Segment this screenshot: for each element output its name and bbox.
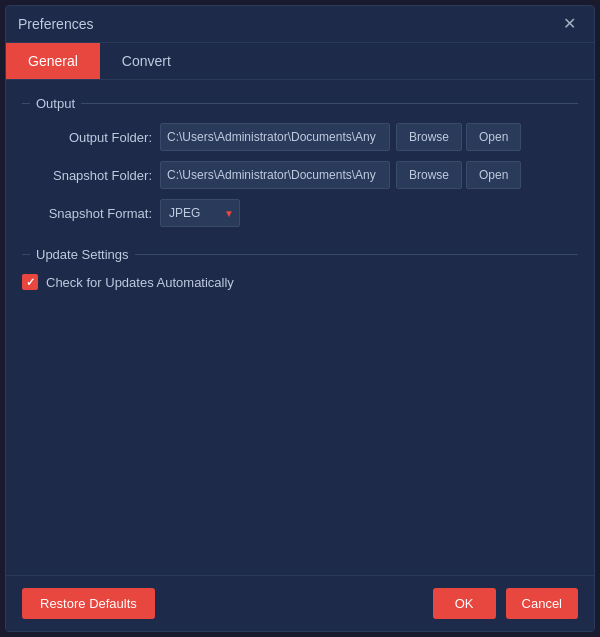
output-folder-browse-button[interactable]: Browse — [396, 123, 462, 151]
check-updates-row: ✓ Check for Updates Automatically — [22, 274, 578, 290]
output-folder-input[interactable] — [160, 123, 390, 151]
snapshot-folder-label: Snapshot Folder: — [22, 168, 152, 183]
checkmark-icon: ✓ — [26, 277, 35, 288]
snapshot-folder-input[interactable] — [160, 161, 390, 189]
snapshot-format-label: Snapshot Format: — [22, 206, 152, 221]
check-updates-checkbox[interactable]: ✓ — [22, 274, 38, 290]
output-section-header: Output — [22, 96, 578, 111]
main-content: Output Output Folder: Browse Open Snapsh… — [6, 80, 594, 575]
cancel-button[interactable]: Cancel — [506, 588, 578, 619]
snapshot-format-wrapper: JPEG PNG BMP ▼ — [160, 199, 240, 227]
footer: Restore Defaults OK Cancel — [6, 575, 594, 631]
snapshot-folder-open-button[interactable]: Open — [466, 161, 521, 189]
output-folder-open-button[interactable]: Open — [466, 123, 521, 151]
title-bar: Preferences ✕ — [6, 6, 594, 43]
snapshot-folder-row: Snapshot Folder: Browse Open — [22, 161, 578, 189]
dialog-title: Preferences — [18, 16, 93, 32]
preferences-dialog: Preferences ✕ General Convert Output Out… — [5, 5, 595, 632]
ok-button[interactable]: OK — [433, 588, 496, 619]
tab-convert[interactable]: Convert — [100, 43, 193, 79]
output-section: Output Output Folder: Browse Open Snapsh… — [22, 96, 578, 227]
update-settings-section: Update Settings ✓ Check for Updates Auto… — [22, 247, 578, 290]
update-section-header: Update Settings — [22, 247, 578, 262]
snapshot-folder-browse-button[interactable]: Browse — [396, 161, 462, 189]
output-folder-label: Output Folder: — [22, 130, 152, 145]
tab-general[interactable]: General — [6, 43, 100, 79]
snapshot-format-row: Snapshot Format: JPEG PNG BMP ▼ — [22, 199, 578, 227]
output-folder-row: Output Folder: Browse Open — [22, 123, 578, 151]
snapshot-format-select[interactable]: JPEG PNG BMP — [160, 199, 240, 227]
restore-defaults-button[interactable]: Restore Defaults — [22, 588, 155, 619]
tab-bar: General Convert — [6, 43, 594, 80]
close-button[interactable]: ✕ — [557, 14, 582, 34]
footer-right-buttons: OK Cancel — [433, 588, 578, 619]
check-updates-label: Check for Updates Automatically — [46, 275, 234, 290]
